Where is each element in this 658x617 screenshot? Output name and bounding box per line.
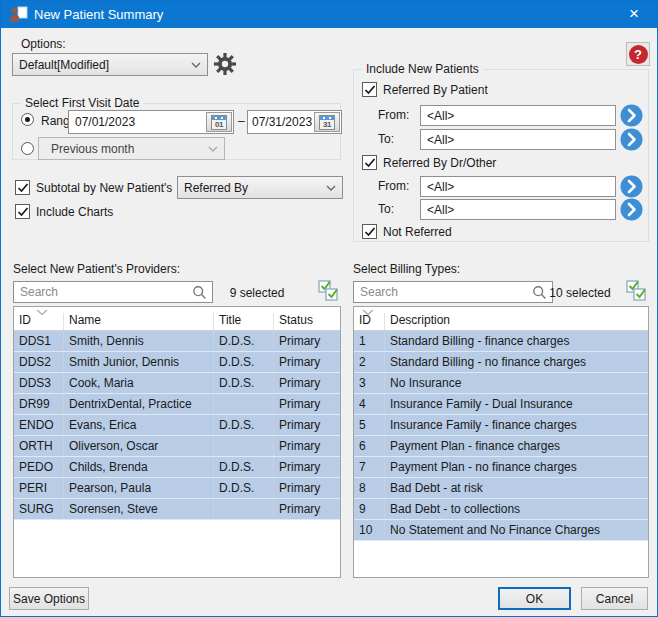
table-row[interactable]: DDS2Smith Junior, DennisD.D.S.Primary (14, 352, 340, 373)
table-row[interactable]: 10No Statement and No Finance Charges (354, 520, 648, 541)
table-cell: Primary (274, 331, 340, 351)
table-row[interactable]: 5Insurance Family - finance charges (354, 415, 648, 436)
period-radio[interactable] (21, 142, 34, 155)
table-cell: Primary (274, 373, 340, 393)
check-icon (363, 156, 377, 170)
dr-from-field[interactable]: <All> (420, 176, 616, 197)
options-label: Options: (21, 37, 66, 51)
billing-search (353, 281, 553, 303)
check-icon (363, 83, 377, 97)
table-cell: Bad Debt - at risk (385, 478, 648, 498)
visit-date-legend: Select First Visit Date (21, 96, 143, 110)
include-new-patients-group: Include New Patients Referred By Patient… (353, 69, 649, 242)
subtotal-combo[interactable]: Referred By (177, 176, 343, 199)
table-cell: 3 (354, 373, 385, 393)
table-row[interactable]: ENDOEvans, EricaD.D.S.Primary (14, 415, 340, 436)
not-referred-checkbox[interactable] (362, 224, 377, 239)
billing-label: Select Billing Types: (353, 262, 460, 276)
table-row[interactable]: 1Standard Billing - finance charges (354, 331, 648, 352)
table-row[interactable]: DDS3Cook, MariaD.D.S.Primary (14, 373, 340, 394)
sort-ascending-icon (36, 309, 48, 316)
table-cell: Primary (274, 436, 340, 456)
providers-multiselect-icon[interactable] (315, 278, 341, 303)
table-row[interactable]: PEDOChilds, BrendaD.D.S.Primary (14, 457, 340, 478)
options-combo[interactable]: Default[Modified] (12, 53, 208, 76)
table-row[interactable]: ORTHOliverson, OscarPrimary (14, 436, 340, 457)
title-bar: New Patient Summary × (1, 1, 657, 28)
table-cell: D.D.S. (214, 352, 274, 372)
referred-by-dr-label: Referred By Dr/Other (383, 156, 496, 170)
start-date-calendar-button[interactable]: 01 (206, 112, 232, 132)
table-row[interactable]: SURGSorensen, StevePrimary (14, 499, 340, 520)
include-charts-checkbox[interactable] (15, 204, 30, 219)
providers-table: ID Name Title Status DDS1Smith, DennisD.… (13, 306, 341, 578)
subtotal-label: Subtotal by New Patient's (36, 181, 172, 195)
period-combo[interactable]: Previous month (38, 137, 225, 160)
help-button[interactable]: ? (626, 42, 650, 66)
table-row[interactable]: DDS1Smith, DennisD.D.S.Primary (14, 331, 340, 352)
patient-to-label: To: (378, 132, 414, 146)
calendar-icon: 01 (211, 115, 227, 130)
table-row[interactable]: 6Payment Plan - finance charges (354, 436, 648, 457)
dr-to-field[interactable]: <All> (420, 199, 616, 220)
table-cell: SURG (14, 499, 64, 519)
table-row[interactable]: 9Bad Debt - to collections (354, 499, 648, 520)
subtotal-checkbox[interactable] (15, 180, 30, 195)
table-row[interactable]: 4Insurance Family - Dual Insurance (354, 394, 648, 415)
range-radio[interactable] (21, 113, 34, 126)
dr-to-lookup-arrow-button[interactable] (620, 198, 643, 221)
table-cell: D.D.S. (214, 478, 274, 498)
table-cell: Bad Debt - to collections (385, 499, 648, 519)
referred-by-patient-checkbox[interactable] (362, 82, 377, 97)
options-combo-value: Default[Modified] (19, 58, 191, 72)
table-cell: 1 (354, 331, 385, 351)
close-button[interactable]: × (611, 1, 657, 28)
patient-from-lookup-arrow-button[interactable] (620, 104, 643, 127)
providers-table-header: ID Name Title Status (14, 307, 340, 331)
dr-to-label: To: (378, 202, 414, 216)
table-cell: Sorensen, Steve (64, 499, 214, 519)
table-cell: D.D.S. (214, 331, 274, 351)
cancel-button[interactable]: Cancel (581, 587, 648, 610)
table-row[interactable]: 3No Insurance (354, 373, 648, 394)
table-cell: Primary (274, 415, 340, 435)
providers-header-name[interactable]: Name (64, 313, 214, 330)
window-title: New Patient Summary (34, 1, 163, 28)
providers-header-status[interactable]: Status (274, 313, 340, 330)
table-row[interactable]: 7Payment Plan - no finance charges (354, 457, 648, 478)
table-cell: ORTH (14, 436, 64, 456)
billing-search-input[interactable] (354, 285, 532, 299)
end-date-calendar-button[interactable]: 31 (314, 112, 340, 132)
billing-table: ID Description 1Standard Billing - finan… (353, 306, 649, 578)
gear-icon[interactable] (213, 52, 237, 76)
patient-to-field[interactable]: <All> (420, 129, 616, 150)
table-cell: Insurance Family - finance charges (385, 415, 648, 435)
patient-to-lookup-arrow-button[interactable] (620, 128, 643, 151)
table-cell (214, 499, 274, 519)
providers-search-input[interactable] (14, 285, 192, 299)
table-row[interactable]: DR99DentrixDental, PracticePrimary (14, 394, 340, 415)
table-row[interactable]: 2Standard Billing - no finance charges (354, 352, 648, 373)
billing-table-header: ID Description (354, 307, 648, 331)
dr-from-label: From: (378, 179, 414, 193)
providers-header-title[interactable]: Title (214, 313, 274, 330)
patient-from-field[interactable]: <All> (420, 105, 616, 126)
end-date-field[interactable]: 07/31/2023 31 (247, 110, 342, 134)
ok-button[interactable]: OK (498, 587, 571, 610)
table-row[interactable]: PERIPearson, PaulaD.D.S.Primary (14, 478, 340, 499)
table-cell: Primary (274, 478, 340, 498)
start-date-field[interactable]: 07/01/2023 01 (68, 110, 234, 134)
save-options-button[interactable]: Save Options (9, 587, 89, 610)
table-cell: Primary (274, 457, 340, 477)
referred-by-dr-checkbox[interactable] (362, 155, 377, 170)
billing-header-description[interactable]: Description (385, 313, 648, 330)
help-icon: ? (629, 45, 648, 64)
table-row[interactable]: 8Bad Debt - at risk (354, 478, 648, 499)
table-cell: PEDO (14, 457, 64, 477)
providers-table-body: DDS1Smith, DennisD.D.S.PrimaryDDS2Smith … (14, 331, 340, 520)
visit-date-group: Select First Visit Date Range 07/01/2023… (12, 103, 341, 160)
table-cell: 7 (354, 457, 385, 477)
billing-multiselect-icon[interactable] (623, 278, 649, 303)
dr-from-lookup-arrow-button[interactable] (620, 175, 643, 198)
table-cell: 5 (354, 415, 385, 435)
